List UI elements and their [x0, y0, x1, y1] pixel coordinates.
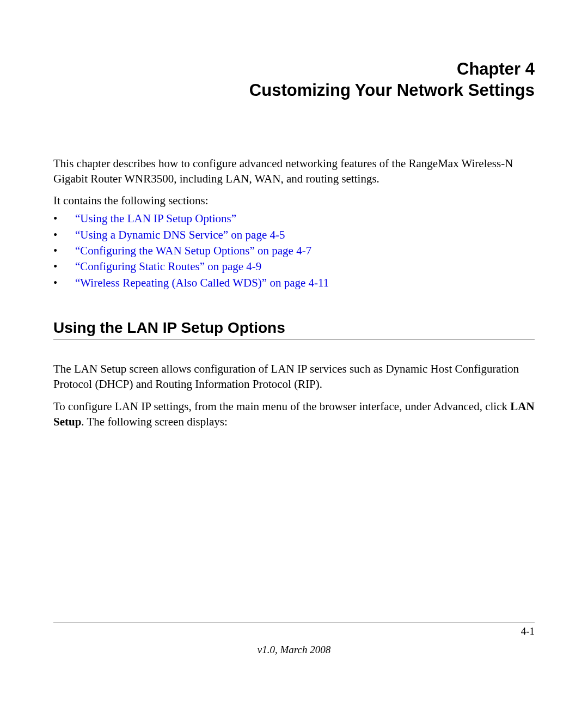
chapter-label: Chapter 4: [457, 59, 535, 78]
intro-paragraph: This chapter describes how to configure …: [53, 156, 535, 187]
bullet-icon: •: [53, 227, 75, 243]
toc-item: • “Configuring Static Routes” on page 4-…: [53, 259, 535, 275]
toc-link[interactable]: “Using a Dynamic DNS Service” on page 4-…: [75, 227, 285, 243]
bullet-icon: •: [53, 243, 75, 259]
toc-link[interactable]: “Using the LAN IP Setup Options”: [75, 211, 236, 227]
bullet-icon: •: [53, 259, 75, 275]
page-footer: 4-1 v1.0, March 2008: [53, 623, 535, 656]
paragraph-text: . The following screen displays:: [81, 415, 227, 428]
bullet-icon: •: [53, 211, 75, 227]
toc-item: • “Configuring the WAN Setup Options” on…: [53, 243, 535, 259]
section-heading: Using the LAN IP Setup Options: [53, 319, 535, 339]
chapter-title-block: Chapter 4 Customizing Your Network Setti…: [53, 59, 535, 101]
section-body: The LAN Setup screen allows configuratio…: [53, 361, 535, 429]
toc-item: • “Using a Dynamic DNS Service” on page …: [53, 227, 535, 243]
sections-label: It contains the following sections:: [53, 194, 535, 208]
section-paragraph: The LAN Setup screen allows configuratio…: [53, 361, 535, 392]
toc-link[interactable]: “Wireless Repeating (Also Called WDS)” o…: [75, 275, 329, 291]
toc-link[interactable]: “Configuring the WAN Setup Options” on p…: [75, 243, 311, 259]
paragraph-text: To configure LAN IP settings, from the m…: [53, 400, 510, 413]
bullet-icon: •: [53, 275, 75, 291]
version-label: v1.0, March 2008: [53, 644, 535, 656]
section-paragraph: To configure LAN IP settings, from the m…: [53, 399, 535, 430]
chapter-title: Customizing Your Network Settings: [249, 81, 535, 100]
toc-item: • “Wireless Repeating (Also Called WDS)”…: [53, 275, 535, 291]
toc-item: • “Using the LAN IP Setup Options”: [53, 211, 535, 227]
document-page: Chapter 4 Customizing Your Network Setti…: [0, 0, 588, 430]
page-number: 4-1: [53, 625, 535, 637]
toc-link[interactable]: “Configuring Static Routes” on page 4-9: [75, 259, 261, 275]
